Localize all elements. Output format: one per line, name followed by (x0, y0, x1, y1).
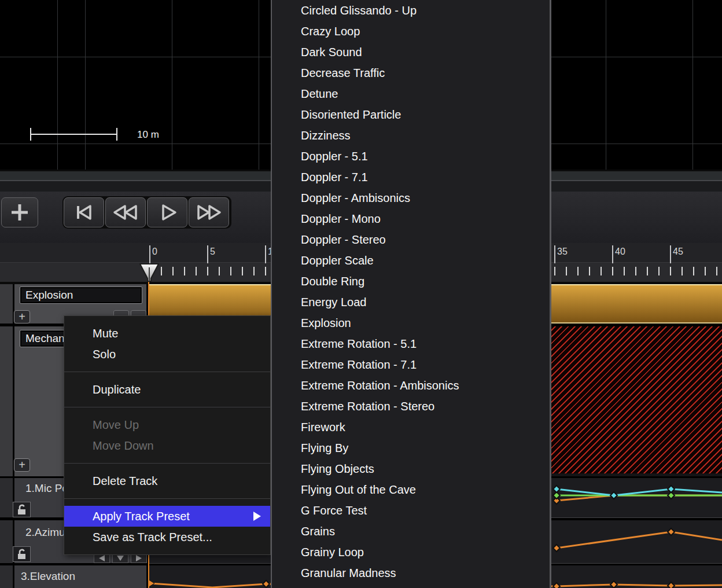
lock-button[interactable] (13, 546, 31, 562)
ruler-minor-tick (207, 267, 208, 275)
ruler-minor-tick (635, 267, 636, 275)
preset-item-extreme-rotation-5-1[interactable]: Extreme Rotation - 5.1 (272, 333, 550, 354)
menu-item-mute[interactable]: Mute (64, 323, 270, 344)
preset-item-extreme-rotation-stereo[interactable]: Extreme Rotation - Stereo (272, 396, 550, 417)
rewind-button[interactable] (105, 197, 146, 227)
lock-button[interactable] (13, 502, 31, 517)
ruler-minor-tick (705, 267, 706, 275)
ruler-minor-tick (693, 267, 694, 275)
menu-group: Delete Track (64, 464, 270, 498)
track-color-strip (0, 520, 13, 563)
scale-bar-left-cap (30, 128, 31, 141)
track-preset-submenu: Circled Glissando - UpCrazy LoopDark Sou… (271, 0, 551, 588)
menu-group: Move UpMove Down (64, 407, 270, 463)
preset-item-disoriented-particle[interactable]: Disoriented Particle (272, 104, 550, 125)
automation-label: 2.Azimu (25, 526, 65, 539)
fast-forward-button[interactable] (189, 197, 229, 227)
scale-bar-label: 10 m (137, 129, 159, 141)
ruler-minor-tick (670, 267, 671, 275)
track-color-strip (0, 326, 13, 476)
preset-item-explosion[interactable]: Explosion (272, 313, 550, 333)
ruler-minor-tick (601, 267, 602, 275)
ruler-label: 40 (615, 247, 625, 257)
ruler-minor-tick (230, 267, 231, 275)
track-color-strip (0, 478, 13, 517)
track-color-strip (0, 284, 13, 324)
add-automation-button[interactable]: + (14, 310, 30, 324)
automation-header-elevation[interactable]: 3.Elevation (14, 565, 146, 588)
menu-item-save-as-track-preset[interactable]: Save as Track Preset... (64, 527, 270, 547)
preset-item-doppler-ambisonics[interactable]: Doppler - Ambisonics (272, 188, 550, 208)
ruler-minor-tick (161, 267, 162, 275)
ruler-label: 35 (557, 247, 568, 257)
preset-item-grains[interactable]: Grains (272, 521, 550, 542)
preset-item-flying-objects[interactable]: Flying Objects (272, 458, 550, 479)
preset-item-energy-load[interactable]: Energy Load (272, 292, 550, 313)
automation-label: 1.Mic Po (25, 482, 68, 495)
ruler-label: 0 (152, 247, 157, 257)
ruler-minor-tick (253, 267, 255, 275)
preset-item-circled-glissando-up[interactable]: Circled Glissando - Up (272, 0, 550, 21)
fast-forward-icon (189, 198, 229, 227)
unlock-icon (13, 547, 30, 561)
preset-item-extreme-rotation-7-1[interactable]: Extreme Rotation - 7.1 (272, 354, 550, 375)
menu-item-apply-track-preset[interactable]: Apply Track Preset (64, 506, 270, 527)
preset-item-decrease-traffic[interactable]: Decrease Traffic (272, 63, 550, 83)
rewind-icon (106, 198, 145, 227)
triangle-right-icon (135, 555, 142, 561)
add-object-button[interactable] (1, 197, 38, 227)
ruler-minor-tick (196, 267, 197, 275)
menu-item-delete-track[interactable]: Delete Track (64, 471, 270, 491)
preset-item-extreme-rotation-ambisonics[interactable]: Extreme Rotation - Ambisonics (272, 375, 550, 396)
ruler-minor-tick (554, 267, 555, 275)
ruler-minor-tick (716, 267, 717, 275)
ruler-major-tick (207, 245, 208, 263)
unlock-icon (13, 502, 30, 517)
play-button[interactable] (147, 197, 187, 227)
preset-item-firework[interactable]: Firework (272, 417, 550, 438)
skip-to-start-icon (64, 198, 104, 227)
preset-item-double-ring[interactable]: Double Ring (272, 271, 550, 292)
playhead-marker[interactable] (139, 263, 160, 283)
ruler-major-tick (554, 245, 555, 263)
preset-item-dizziness[interactable]: Dizziness (272, 125, 550, 146)
add-automation-button[interactable]: + (14, 458, 30, 472)
automation-label: 3.Elevation (21, 570, 75, 583)
ruler-label: 45 (673, 247, 683, 257)
skip-to-start-button[interactable] (64, 197, 104, 227)
preset-item-doppler-scale[interactable]: Doppler Scale (272, 250, 550, 271)
menu-item-solo[interactable]: Solo (64, 344, 270, 365)
preset-item-flying-by[interactable]: Flying By (272, 438, 550, 458)
ruler-label: 5 (210, 247, 215, 257)
preset-item-doppler-5-1[interactable]: Doppler - 5.1 (272, 146, 550, 167)
ruler-minor-tick (658, 267, 660, 275)
preset-item-doppler-mono[interactable]: Doppler - Mono (272, 208, 550, 229)
ruler-major-tick (265, 245, 266, 263)
preset-item-dark-sound[interactable]: Dark Sound (272, 42, 550, 63)
ruler-minor-tick (612, 267, 613, 275)
track-context-menu: MuteSoloDuplicateMove UpMove DownDelete … (64, 315, 271, 555)
preset-item-flying-out-of-the-cave[interactable]: Flying Out of the Cave (272, 479, 550, 500)
menu-item-move-up[interactable]: Move Up (64, 414, 270, 435)
ruler-minor-tick (219, 267, 220, 275)
ruler-minor-tick (589, 267, 590, 275)
preset-item-crazy-loop[interactable]: Crazy Loop (272, 21, 550, 42)
ruler-minor-tick (647, 267, 648, 275)
preset-item-granular-madness[interactable]: Granular Madness (272, 563, 550, 583)
preset-item-g-force-test[interactable]: G Force Test (272, 500, 550, 521)
ruler-minor-tick (172, 267, 174, 275)
preset-item-doppler-stereo[interactable]: Doppler - Stereo (272, 229, 550, 250)
track-name-field[interactable]: Explosion (20, 286, 142, 304)
ruler-minor-tick (184, 267, 185, 275)
menu-item-duplicate[interactable]: Duplicate (64, 379, 270, 400)
menu-group: Apply Track PresetSave as Track Preset..… (64, 499, 270, 554)
menu-group: MuteSolo (64, 316, 270, 372)
track-color-strip (0, 565, 13, 588)
menu-item-move-down[interactable]: Move Down (64, 435, 270, 456)
preset-item-detune[interactable]: Detune (272, 83, 550, 104)
ruler-major-tick (670, 245, 671, 263)
ruler-minor-tick (577, 267, 579, 275)
ruler-minor-tick (682, 267, 683, 275)
preset-item-doppler-7-1[interactable]: Doppler - 7.1 (272, 167, 550, 188)
preset-item-grainy-loop[interactable]: Grainy Loop (272, 542, 550, 563)
